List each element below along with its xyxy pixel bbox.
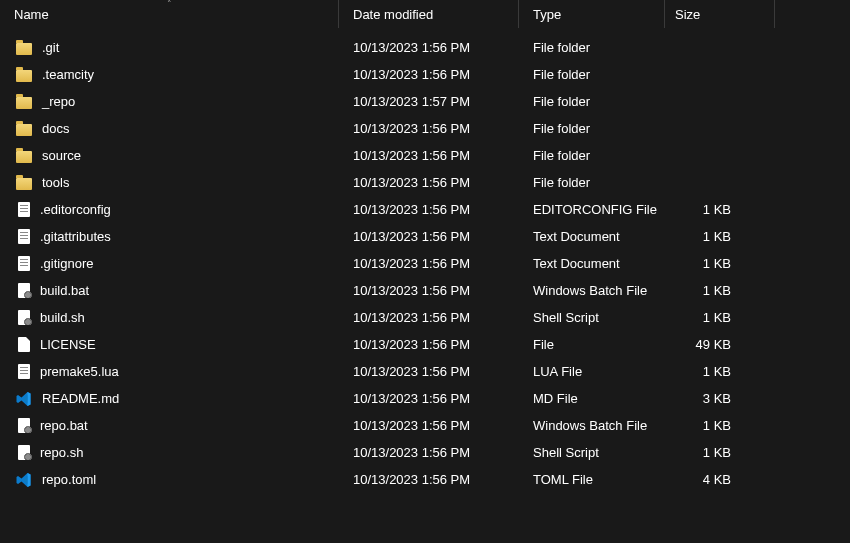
- file-name-label: build.bat: [40, 283, 89, 298]
- text-file-icon: [18, 364, 30, 379]
- folder-icon: [16, 124, 32, 136]
- file-name-label: LICENSE: [40, 337, 96, 352]
- file-row[interactable]: .gitignore10/13/2023 1:56 PMText Documen…: [0, 250, 850, 277]
- folder-icon: [16, 43, 32, 55]
- folder-icon: [16, 70, 32, 82]
- file-date-cell: 10/13/2023 1:56 PM: [339, 310, 519, 325]
- file-date-cell: 10/13/2023 1:56 PM: [339, 364, 519, 379]
- folder-row[interactable]: _repo10/13/2023 1:57 PMFile folder: [0, 88, 850, 115]
- file-name-cell: source: [0, 148, 339, 163]
- file-date-cell: 10/13/2023 1:56 PM: [339, 40, 519, 55]
- column-header-type[interactable]: Type: [519, 0, 665, 28]
- file-list: .git10/13/2023 1:56 PMFile folder.teamci…: [0, 28, 850, 493]
- file-type-cell: File folder: [519, 121, 665, 136]
- file-name-label: premake5.lua: [40, 364, 119, 379]
- file-name-cell: repo.bat: [0, 418, 339, 433]
- folder-icon: [16, 151, 32, 163]
- file-type-cell: File folder: [519, 148, 665, 163]
- vscode-file-icon: [16, 391, 32, 407]
- file-date-cell: 10/13/2023 1:56 PM: [339, 229, 519, 244]
- file-name-cell: .gitattributes: [0, 229, 339, 244]
- file-size-cell: 49 KB: [665, 337, 775, 352]
- file-row[interactable]: README.md10/13/2023 1:56 PMMD File3 KB: [0, 385, 850, 412]
- file-name-cell: _repo: [0, 94, 339, 109]
- file-type-cell: File folder: [519, 175, 665, 190]
- folder-row[interactable]: .git10/13/2023 1:56 PMFile folder: [0, 34, 850, 61]
- file-name-label: .editorconfig: [40, 202, 111, 217]
- file-name-cell: tools: [0, 175, 339, 190]
- file-row[interactable]: premake5.lua10/13/2023 1:56 PMLUA File1 …: [0, 358, 850, 385]
- file-date-cell: 10/13/2023 1:56 PM: [339, 472, 519, 487]
- file-name-label: repo.bat: [40, 418, 88, 433]
- file-row[interactable]: repo.bat10/13/2023 1:56 PMWindows Batch …: [0, 412, 850, 439]
- file-date-cell: 10/13/2023 1:56 PM: [339, 418, 519, 433]
- file-row[interactable]: LICENSE10/13/2023 1:56 PMFile49 KB: [0, 331, 850, 358]
- file-name-cell: .gitignore: [0, 256, 339, 271]
- file-name-cell: repo.toml: [0, 472, 339, 488]
- file-size-cell: 1 KB: [665, 364, 775, 379]
- column-header-name-label: Name: [14, 7, 49, 22]
- folder-icon: [16, 97, 32, 109]
- file-row[interactable]: build.sh10/13/2023 1:56 PMShell Script1 …: [0, 304, 850, 331]
- vscode-file-icon: [16, 472, 32, 488]
- file-name-label: _repo: [42, 94, 75, 109]
- file-name-cell: repo.sh: [0, 445, 339, 460]
- file-row[interactable]: build.bat10/13/2023 1:56 PMWindows Batch…: [0, 277, 850, 304]
- column-header-name[interactable]: Name ˄: [0, 0, 339, 28]
- file-size-cell: 3 KB: [665, 391, 775, 406]
- file-date-cell: 10/13/2023 1:56 PM: [339, 175, 519, 190]
- column-header-date[interactable]: Date modified: [339, 0, 519, 28]
- file-date-cell: 10/13/2023 1:56 PM: [339, 202, 519, 217]
- file-name-cell: .editorconfig: [0, 202, 339, 217]
- file-name-cell: LICENSE: [0, 337, 339, 352]
- file-row[interactable]: .gitattributes10/13/2023 1:56 PMText Doc…: [0, 223, 850, 250]
- sort-ascending-icon: ˄: [167, 0, 172, 8]
- file-name-cell: docs: [0, 121, 339, 136]
- column-header-size[interactable]: Size: [665, 0, 775, 28]
- file-type-cell: File folder: [519, 40, 665, 55]
- file-name-cell: .git: [0, 40, 339, 55]
- file-name-cell: build.bat: [0, 283, 339, 298]
- file-name-label: .gitignore: [40, 256, 93, 271]
- file-name-label: repo.toml: [42, 472, 96, 487]
- file-name-label: README.md: [42, 391, 119, 406]
- file-name-label: build.sh: [40, 310, 85, 325]
- file-type-cell: File folder: [519, 94, 665, 109]
- file-type-cell: LUA File: [519, 364, 665, 379]
- file-type-cell: Text Document: [519, 229, 665, 244]
- file-name-cell: premake5.lua: [0, 364, 339, 379]
- file-date-cell: 10/13/2023 1:56 PM: [339, 391, 519, 406]
- file-row[interactable]: repo.sh10/13/2023 1:56 PMShell Script1 K…: [0, 439, 850, 466]
- file-type-cell: MD File: [519, 391, 665, 406]
- script-file-icon: [18, 310, 30, 325]
- file-type-cell: Text Document: [519, 256, 665, 271]
- file-name-label: docs: [42, 121, 69, 136]
- script-file-icon: [18, 418, 30, 433]
- file-date-cell: 10/13/2023 1:56 PM: [339, 256, 519, 271]
- folder-row[interactable]: docs10/13/2023 1:56 PMFile folder: [0, 115, 850, 142]
- file-date-cell: 10/13/2023 1:56 PM: [339, 121, 519, 136]
- script-file-icon: [18, 445, 30, 460]
- file-type-cell: Shell Script: [519, 445, 665, 460]
- folder-icon: [16, 178, 32, 190]
- file-date-cell: 10/13/2023 1:56 PM: [339, 337, 519, 352]
- text-file-icon: [18, 229, 30, 244]
- file-date-cell: 10/13/2023 1:57 PM: [339, 94, 519, 109]
- file-size-cell: 4 KB: [665, 472, 775, 487]
- file-type-cell: File: [519, 337, 665, 352]
- column-header-date-label: Date modified: [353, 7, 433, 22]
- column-header-row: Name ˄ Date modified Type Size: [0, 0, 850, 28]
- folder-row[interactable]: .teamcity10/13/2023 1:56 PMFile folder: [0, 61, 850, 88]
- folder-row[interactable]: tools10/13/2023 1:56 PMFile folder: [0, 169, 850, 196]
- file-size-cell: 1 KB: [665, 256, 775, 271]
- file-row[interactable]: repo.toml10/13/2023 1:56 PMTOML File4 KB: [0, 466, 850, 493]
- file-date-cell: 10/13/2023 1:56 PM: [339, 445, 519, 460]
- folder-row[interactable]: source10/13/2023 1:56 PMFile folder: [0, 142, 850, 169]
- file-row[interactable]: .editorconfig10/13/2023 1:56 PMEDITORCON…: [0, 196, 850, 223]
- file-name-label: .gitattributes: [40, 229, 111, 244]
- file-size-cell: 1 KB: [665, 310, 775, 325]
- file-type-cell: File folder: [519, 67, 665, 82]
- file-type-cell: Shell Script: [519, 310, 665, 325]
- file-date-cell: 10/13/2023 1:56 PM: [339, 148, 519, 163]
- file-name-cell: README.md: [0, 391, 339, 407]
